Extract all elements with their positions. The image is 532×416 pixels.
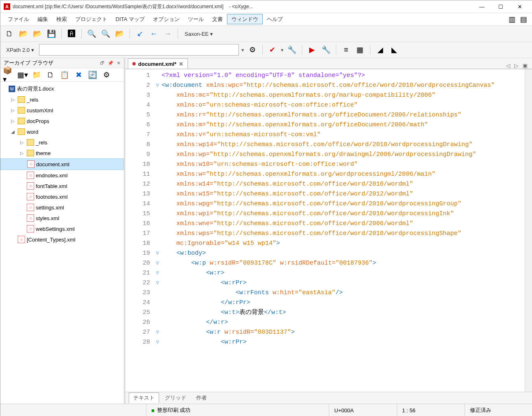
tree-item[interactable]: ▷docProps	[0, 116, 124, 126]
debug-icon[interactable]: 🔧	[320, 44, 332, 56]
word-icon: W	[9, 86, 15, 92]
folder-icon	[27, 139, 34, 146]
editor-tabs: document.xml* ✕ ◁ ▷ ▣	[125, 58, 532, 69]
archive-open-icon[interactable]: 📦▾	[3, 69, 14, 81]
menu-文書[interactable]: 文書	[208, 14, 227, 24]
tab-next-icon[interactable]: ▷	[514, 63, 518, 69]
copy-icon[interactable]: 📋	[59, 69, 70, 81]
dirty-indicator-icon	[132, 62, 136, 65]
menu-編集[interactable]: 編集	[33, 14, 52, 24]
folder-icon	[27, 150, 34, 156]
code-editor[interactable]: 1234567891011121314151617181920212223242…	[125, 69, 532, 392]
tab-close-icon[interactable]: ✕	[179, 61, 183, 67]
main-toolbar: 🗋 📂 📂 💾 🅰 🔍 🔍 📂 ↙ ← → Saxon-EE ▾	[0, 26, 532, 42]
perspective2-icon[interactable]: ▤	[518, 14, 529, 25]
external-tool-icon[interactable]: ↙	[134, 28, 146, 40]
xml-file-icon: ◇	[27, 172, 34, 179]
xml-file-icon: ◇	[27, 225, 34, 232]
close-button[interactable]: ✕	[510, 0, 529, 13]
new-file-icon[interactable]: 🗋	[4, 28, 15, 40]
view-tab-テキスト[interactable]: テキスト	[129, 393, 159, 403]
back-icon[interactable]: ←	[148, 28, 160, 40]
menubar: ファイル編集検索プロジェクトDITA マップオプションツール文書ウィンドウヘルプ…	[0, 13, 532, 26]
xpath-label: XPath 2.0 ▾	[4, 47, 37, 53]
view-tab-グリッド[interactable]: グリッド	[161, 393, 190, 403]
new-folder-icon[interactable]: 📁	[31, 69, 42, 81]
restore-icon[interactable]: 🗗	[100, 60, 104, 66]
save-icon[interactable]: 💾	[46, 28, 57, 40]
validate-icon[interactable]: 🅰	[66, 28, 77, 40]
open-url-icon[interactable]: 📂	[32, 28, 43, 40]
delete-icon[interactable]: ✖	[73, 69, 84, 81]
menu-ツール[interactable]: ツール	[184, 14, 208, 24]
menu-検索[interactable]: 検索	[52, 14, 71, 24]
tree-item[interactable]: ▷_rels	[0, 94, 124, 105]
status-modified: 修正済み	[465, 404, 532, 416]
panel-close-icon[interactable]: ✕	[117, 60, 120, 66]
vertical-scrollbar[interactable]	[525, 69, 532, 392]
format-icon[interactable]: ▦	[354, 44, 366, 56]
forward-icon[interactable]: →	[162, 28, 173, 40]
view-tab-作者[interactable]: 作者	[192, 393, 211, 403]
open-folder-icon[interactable]: 📂	[114, 28, 125, 40]
tab-document-xml[interactable]: document.xml* ✕	[128, 58, 188, 69]
minimize-button[interactable]: —	[472, 0, 491, 13]
tree-item[interactable]: ◇[Content_Types].xml	[0, 234, 124, 245]
line-gutter: 1234567891011121314151617181920212223242…	[125, 69, 153, 392]
statusbar: ■整形印刷 成功 U+000A 1 : 56 修正済み	[0, 404, 532, 416]
sidebar-toolbar: 📦▾ ▦▾ 📁 🗋 📋 ✖ 🔄 ⚙	[0, 68, 124, 82]
tree-item[interactable]: ◇webSettings.xml	[0, 223, 124, 234]
open-icon[interactable]: 📂	[18, 28, 29, 40]
file-tree[interactable]: W表の背景1.docx▷_rels▷customXml▷docProps◢wor…	[0, 82, 124, 404]
tree-item[interactable]: ◇endnotes.xml	[0, 170, 124, 181]
archive-add-icon[interactable]: ▦▾	[17, 69, 28, 81]
code-content[interactable]: <?xml version="1.0" encoding="UTF-8" sta…	[162, 69, 525, 392]
search-icon[interactable]: 🔍	[86, 28, 97, 40]
menu-ヘルプ[interactable]: ヘルプ	[263, 14, 287, 24]
tree-item[interactable]: ▷theme	[0, 148, 124, 158]
menu-DITA マップ[interactable]: DITA マップ	[111, 14, 149, 24]
tree-item[interactable]: ◇settings.xml	[0, 202, 124, 213]
xml-file-icon: ◇	[18, 236, 25, 243]
tree-item[interactable]: ◢word	[0, 126, 124, 137]
wrench-icon[interactable]: 🔧	[286, 44, 298, 56]
new-entry-icon[interactable]: 🗋	[45, 69, 56, 81]
archive-browser-panel: アーカイブ ブラウザ 🗗 📌 ✕ 📦▾ ▦▾ 📁 🗋 📋 ✖ 🔄 ⚙ W表の背景…	[0, 58, 125, 404]
refresh-icon[interactable]: 🔄	[87, 69, 98, 81]
xml-file-icon: ◇	[27, 193, 34, 200]
menu-ウィンドウ[interactable]: ウィンドウ	[227, 14, 263, 24]
gear-icon[interactable]: ⚙	[247, 44, 258, 56]
tree-item[interactable]: ▷_rels	[0, 137, 124, 148]
menu-ファイル[interactable]: ファイル	[4, 14, 33, 24]
xml-file-icon: ◇	[27, 182, 34, 190]
xml-file-icon: ◇	[27, 160, 35, 168]
menu-オプション[interactable]: オプション	[149, 14, 184, 24]
tab-prev-icon[interactable]: ◁	[506, 63, 510, 69]
xml-file-icon: ◇	[27, 214, 34, 222]
tab-list-icon[interactable]: ▣	[523, 63, 527, 69]
fold-column[interactable]: ▽▽▽▽▽▽▽	[153, 69, 162, 392]
pin-icon[interactable]: 📌	[108, 60, 113, 66]
tree-item[interactable]: ◇document.xml	[0, 158, 124, 170]
check-icon[interactable]: ✔	[267, 44, 278, 56]
perspective-icon[interactable]: ▥	[506, 14, 518, 25]
maximize-button[interactable]: ☐	[491, 0, 510, 13]
tree-item[interactable]: ◇fontTable.xml	[0, 181, 124, 191]
indent-icon[interactable]: ≡	[340, 44, 352, 56]
tree-item[interactable]: ◇footnotes.xml	[0, 191, 124, 202]
run-icon[interactable]: ▶	[306, 44, 318, 56]
tool2-icon[interactable]: ◣	[389, 44, 400, 56]
folder-icon	[18, 96, 25, 103]
xpath-input[interactable]	[39, 44, 239, 56]
settings-icon[interactable]: ⚙	[101, 69, 112, 81]
tree-item[interactable]: ◇styles.xml	[0, 213, 124, 223]
menu-プロジェクト[interactable]: プロジェクト	[71, 14, 111, 24]
find-replace-icon[interactable]: 🔍	[100, 28, 111, 40]
transformer-select[interactable]: Saxon-EE ▾	[182, 31, 215, 37]
tree-item[interactable]: W表の背景1.docx	[0, 84, 124, 94]
view-tabs: テキストグリッド作者	[125, 392, 532, 404]
xml-file-icon: ◇	[27, 204, 34, 211]
tool1-icon[interactable]: ◢	[375, 44, 386, 56]
sidebar-header: アーカイブ ブラウザ 🗗 📌 ✕	[0, 58, 124, 68]
tree-item[interactable]: ▷customXml	[0, 105, 124, 116]
